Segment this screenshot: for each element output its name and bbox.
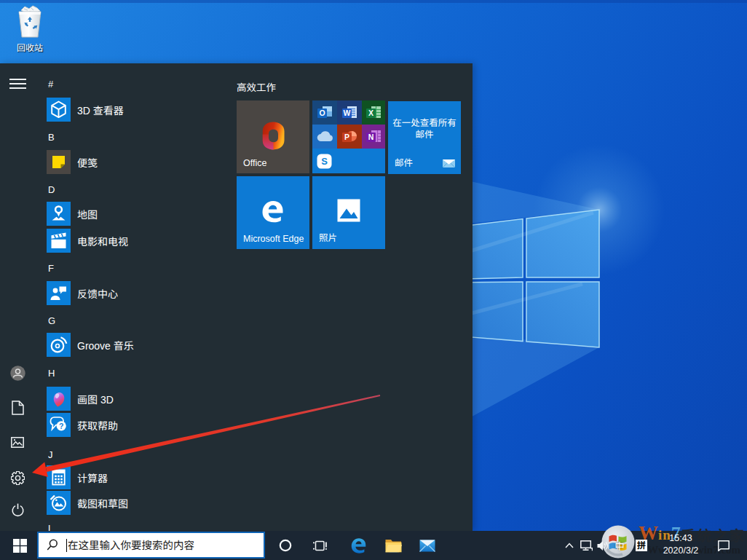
user-avatar-icon: [10, 366, 25, 381]
app-item-snip-sketch[interactable]: 截图和草图: [47, 491, 128, 515]
start-button[interactable]: [5, 531, 34, 560]
taskbar-edge-button[interactable]: [341, 531, 376, 560]
outlook-mini: O: [312, 100, 337, 125]
onedrive-mini: [312, 125, 337, 149]
app-icon-tile: [47, 281, 71, 305]
word-icon: W: [341, 106, 357, 120]
recycle-bin[interactable]: 回收站: [9, 4, 51, 53]
task-view-icon: [313, 539, 328, 553]
desktop: 回收站: [0, 0, 747, 560]
section-letter[interactable]: #: [48, 79, 53, 90]
mail-envelope-icon: [443, 159, 455, 167]
app-label: 截图和草图: [77, 496, 128, 510]
task-view-button[interactable]: [303, 531, 338, 560]
tray-clock[interactable]: 15:43 2020/3/2: [655, 531, 707, 560]
section-letter[interactable]: B: [48, 132, 55, 143]
cortana-button[interactable]: [268, 531, 303, 560]
action-center-icon: [716, 540, 730, 551]
user-account-button[interactable]: [0, 366, 35, 381]
recycle-bin-icon: [14, 4, 46, 39]
powerpoint-icon: P: [341, 130, 357, 144]
tray-show-hidden-icons[interactable]: [562, 531, 577, 560]
svg-text:P: P: [344, 133, 349, 141]
app-icon-tile: [47, 491, 71, 515]
tray-ime-mode[interactable]: 中: [612, 531, 628, 560]
photos-logo: [337, 199, 360, 222]
app-item-feedback-hub[interactable]: 反馈中心: [47, 281, 118, 305]
hamburger-icon: [9, 78, 26, 90]
onenote-mini: N: [362, 125, 385, 149]
mail-promo-text: 在一处查看所有邮件: [388, 117, 461, 141]
app-label: 3D 查看器: [77, 103, 124, 117]
tile-label: 邮件: [395, 155, 413, 169]
power-button[interactable]: [0, 503, 35, 518]
power-icon: [11, 503, 25, 518]
app-icon-tile: [47, 98, 71, 122]
app-label: 电影和电视: [77, 234, 128, 248]
tray-volume[interactable]: [595, 531, 611, 560]
feedback-hub-icon: [47, 281, 71, 305]
onenote-icon: N: [365, 130, 382, 144]
powerpoint-mini: P: [337, 125, 362, 149]
tile-group-title[interactable]: 高效工作: [237, 79, 276, 94]
app-icon-tile: [47, 229, 71, 253]
app-icon-tile: [47, 333, 71, 357]
action-center-button[interactable]: [712, 531, 734, 560]
svg-text:X: X: [368, 109, 374, 117]
section-letter[interactable]: H: [48, 368, 55, 379]
section-letter[interactable]: D: [48, 184, 55, 195]
app-item-groove-music[interactable]: Groove 音乐: [47, 333, 134, 357]
svg-text:N: N: [368, 133, 374, 141]
search-input[interactable]: [68, 540, 250, 551]
windows-logo-icon: [13, 539, 27, 553]
word-mini: W: [337, 100, 362, 125]
app-item-maps[interactable]: 地图: [47, 202, 98, 226]
office-apps-grid: O W X: [312, 100, 385, 173]
tile-office[interactable]: Office: [237, 100, 309, 173]
tile-label: 照片: [319, 230, 337, 244]
tray-ime-layout[interactable]: 拼: [633, 531, 650, 560]
cortana-icon: [279, 539, 292, 552]
tile-edge[interactable]: Microsoft Edge: [237, 176, 309, 249]
app-label: Groove 音乐: [77, 338, 134, 352]
app-label: 便笺: [77, 155, 98, 170]
search-icon: [47, 539, 58, 551]
3d-viewer-icon: [47, 98, 71, 122]
section-letter[interactable]: G: [48, 315, 55, 326]
app-item-3d-viewer[interactable]: 3D 查看器: [47, 98, 124, 122]
sticky-notes-icon: [47, 150, 71, 174]
movies-tv-icon: [47, 229, 71, 253]
onedrive-icon: [316, 131, 333, 142]
mail-button[interactable]: [410, 531, 445, 560]
expand-menu-button[interactable]: [0, 78, 35, 90]
taskbar-search-box[interactable]: [37, 532, 265, 559]
taskbar: 中 拼 15:43 2020/3/2: [0, 531, 747, 560]
file-explorer-button[interactable]: [376, 531, 411, 560]
tray-date: 2020/3/2: [655, 545, 707, 556]
svg-text:O: O: [319, 109, 325, 117]
tile-label: Office: [243, 158, 266, 168]
snip-sketch-icon: [47, 491, 71, 515]
chevron-up-icon: [565, 543, 574, 548]
tile-office-apps[interactable]: O W X: [312, 100, 385, 173]
svg-text:W: W: [344, 109, 351, 117]
app-label: 反馈中心: [77, 286, 118, 301]
app-item-sticky-notes[interactable]: 便笺: [47, 150, 98, 174]
recycle-bin-label: 回收站: [9, 41, 51, 53]
network-icon: [580, 540, 593, 551]
maps-icon: [47, 202, 71, 226]
tray-network[interactable]: [578, 531, 594, 560]
speaker-icon: [597, 540, 609, 551]
excel-icon: X: [365, 106, 382, 120]
groove-music-icon: [47, 333, 71, 357]
taskbar-mail-icon: [419, 540, 435, 552]
section-letter[interactable]: F: [48, 263, 54, 274]
edge-icon: [350, 537, 367, 554]
app-item-movies-tv[interactable]: 电影和电视: [47, 229, 128, 253]
outlook-icon: O: [317, 106, 333, 120]
app-icon-tile: [47, 202, 71, 226]
tile-photos[interactable]: 照片: [312, 176, 385, 249]
tray-time: 15:43: [655, 533, 707, 543]
tile-label: Microsoft Edge: [243, 234, 304, 244]
tile-mail[interactable]: 在一处查看所有邮件 邮件: [388, 101, 461, 174]
